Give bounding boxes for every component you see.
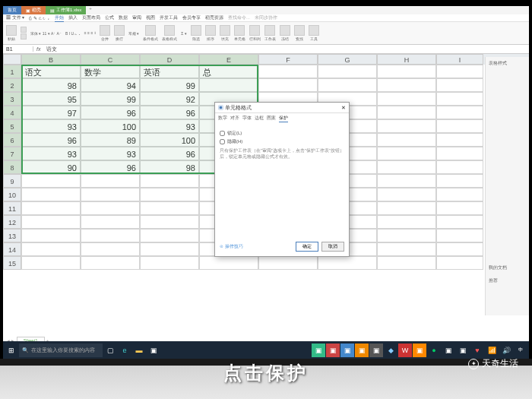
cell[interactable]: 92 [140, 92, 199, 106]
cell[interactable]: 数学 [81, 65, 140, 78]
task-view-icon[interactable]: ▢ [103, 344, 117, 357]
cell[interactable]: 96 [81, 160, 140, 174]
cell[interactable]: 总 [199, 65, 258, 78]
copy-icon[interactable] [21, 33, 27, 40]
cell[interactable]: 语文 [21, 65, 81, 78]
col-header[interactable]: B [21, 54, 81, 65]
cell[interactable] [377, 106, 436, 119]
cell[interactable]: 99 [140, 78, 199, 92]
cell[interactable] [81, 215, 140, 229]
tools-icon[interactable] [309, 25, 319, 36]
cell[interactable] [377, 119, 436, 133]
col-header[interactable]: C [81, 54, 140, 65]
cell[interactable] [377, 65, 436, 78]
cell[interactable]: 98 [21, 78, 81, 92]
cond-format-icon[interactable] [145, 25, 156, 36]
cell[interactable] [140, 229, 199, 242]
cell[interactable] [199, 78, 258, 92]
row-header[interactable]: 13 [3, 229, 21, 242]
cell[interactable] [377, 242, 436, 256]
menu-coop[interactable]: 未同步协作 [255, 14, 277, 21]
cell[interactable] [81, 201, 140, 215]
col-header[interactable]: G [318, 54, 377, 65]
taskbar-search[interactable]: 🔍 在这里输入你要搜索的内容 [19, 344, 103, 357]
row-header[interactable]: 1 [3, 65, 21, 78]
cell[interactable] [436, 147, 483, 160]
menu-dev[interactable]: 开发工具 [160, 14, 178, 21]
cell[interactable] [436, 215, 483, 229]
cell[interactable] [436, 133, 483, 147]
cell[interactable]: 89 [81, 133, 140, 147]
cell[interactable]: 96 [81, 106, 140, 119]
cell[interactable] [377, 147, 436, 160]
tray-icon[interactable]: ◆ [384, 344, 397, 357]
table-style-icon[interactable] [164, 25, 175, 36]
row-col-icon[interactable] [249, 25, 260, 36]
cell[interactable] [377, 78, 436, 92]
menu-vip[interactable]: 会员专享 [182, 14, 201, 21]
menu-view[interactable]: 视图 [146, 14, 155, 21]
cell[interactable] [140, 188, 199, 201]
cell[interactable] [81, 229, 140, 242]
cell[interactable] [377, 201, 436, 215]
cell[interactable] [21, 215, 81, 229]
cell[interactable] [140, 174, 199, 188]
fill-icon[interactable] [220, 25, 230, 36]
close-icon[interactable]: ✕ [341, 105, 346, 111]
row-header[interactable]: 3 [3, 92, 21, 106]
cell[interactable] [81, 256, 140, 270]
menu-search[interactable]: 查找命令... [228, 14, 250, 21]
row-header[interactable]: 12 [3, 215, 21, 229]
tab-home[interactable]: 首页 [3, 6, 21, 14]
cell[interactable] [21, 242, 81, 256]
cell[interactable] [436, 92, 483, 106]
sort-icon[interactable] [205, 25, 216, 36]
hide-checkbox[interactable]: 隐藏(H) [220, 138, 344, 145]
menu-start[interactable]: 开始 [55, 14, 64, 22]
cell[interactable]: 90 [21, 160, 81, 174]
sheet-icon[interactable] [264, 25, 275, 36]
cell[interactable] [140, 242, 199, 256]
row-header[interactable]: 10 [3, 188, 21, 201]
row-header[interactable]: 4 [3, 106, 21, 119]
cell[interactable] [436, 229, 483, 242]
cell[interactable]: 93 [21, 119, 81, 133]
cell[interactable] [436, 242, 483, 256]
row-header[interactable]: 6 [3, 133, 21, 147]
cell[interactable] [436, 201, 483, 215]
cell[interactable] [140, 256, 199, 270]
explorer-icon[interactable]: ▬ [132, 344, 146, 357]
cell[interactable]: 96 [140, 106, 199, 119]
cell[interactable]: 93 [81, 147, 140, 160]
tray-icon[interactable]: ♥ [470, 344, 484, 357]
row-header[interactable]: 9 [3, 174, 21, 188]
tray-icon[interactable]: ▣ [312, 344, 325, 357]
ok-button[interactable]: 确定 [296, 242, 318, 252]
cell[interactable] [258, 256, 318, 270]
cell[interactable] [436, 106, 483, 119]
side-sub2[interactable]: 推荐 [489, 277, 526, 284]
cell[interactable] [318, 256, 377, 270]
cell[interactable]: 97 [21, 106, 81, 119]
col-header[interactable]: D [140, 54, 199, 65]
filter-icon[interactable] [191, 25, 201, 36]
tips-link[interactable]: ⊙ 操作技巧 [220, 243, 243, 250]
tray-icon[interactable]: ▣ [456, 344, 470, 357]
side-sub1[interactable]: 我的文档 [489, 264, 526, 271]
row-header[interactable]: 8 [3, 160, 21, 174]
cell[interactable] [377, 229, 436, 242]
cell-icon[interactable] [234, 25, 245, 36]
tray-icon[interactable]: ▣ [355, 344, 369, 357]
row-header[interactable]: 2 [3, 78, 21, 92]
cell[interactable] [436, 160, 483, 174]
cell[interactable] [21, 201, 81, 215]
cell[interactable]: 93 [21, 147, 81, 160]
cell[interactable] [436, 119, 483, 133]
row-header[interactable]: 14 [3, 242, 21, 256]
tab-align[interactable]: 对齐 [230, 115, 239, 122]
tab-add[interactable]: + [86, 6, 95, 14]
cell[interactable]: 100 [140, 133, 199, 147]
tab-font[interactable]: 字体 [242, 115, 252, 122]
menu-res[interactable]: 稻壳资源 [205, 14, 223, 21]
tray-icon[interactable]: 📶 [485, 344, 499, 357]
